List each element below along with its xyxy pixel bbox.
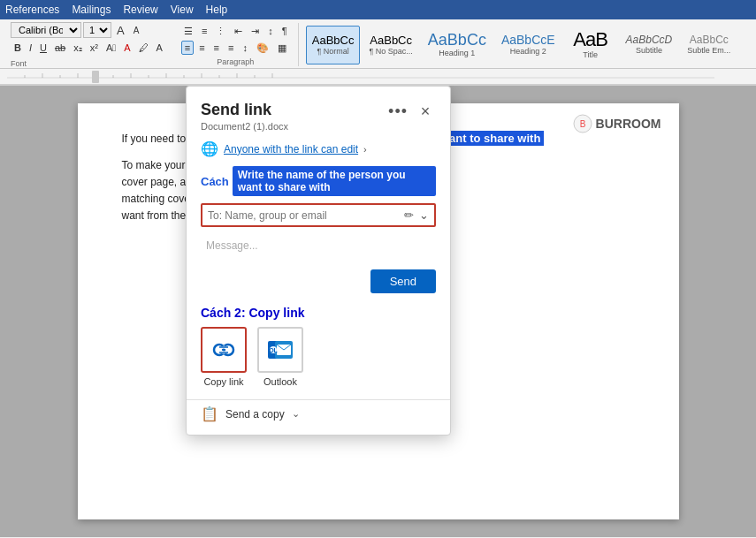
svg-text:B: B bbox=[579, 119, 585, 129]
font-group-label: Font bbox=[11, 59, 166, 68]
menu-references[interactable]: References bbox=[5, 4, 59, 16]
align-right-btn[interactable]: ≡ bbox=[210, 41, 223, 55]
message-placeholder: Message... bbox=[206, 239, 258, 252]
send-link-modal: Send link Document2 (1).docx ••• × 🌐 Any… bbox=[186, 86, 451, 436]
numbering-btn[interactable]: ≡ bbox=[198, 24, 210, 38]
copy-link-label: Copy link bbox=[203, 376, 243, 387]
font-family-select[interactable]: Calibri (Body) bbox=[11, 22, 81, 38]
borders-btn[interactable]: ▦ bbox=[274, 41, 290, 56]
italic-btn[interactable]: I bbox=[26, 41, 35, 55]
send-button[interactable]: Send bbox=[370, 269, 436, 293]
link-permission-text[interactable]: Anyone with the link can edit bbox=[224, 143, 358, 155]
menu-view[interactable]: View bbox=[171, 4, 194, 16]
modal-header: Send link Document2 (1).docx ••• × bbox=[187, 87, 450, 137]
pencil-icon[interactable]: ✏ bbox=[404, 208, 414, 222]
underline-btn[interactable]: U bbox=[36, 41, 50, 55]
ribbon: Calibri (Body) 11 A A B I U ab x₂ x² A⃝ … bbox=[0, 19, 756, 86]
line-spacing-btn[interactable]: ↕ bbox=[239, 41, 251, 55]
decrease-indent-btn[interactable]: ⇤ bbox=[231, 24, 246, 39]
menu-help[interactable]: Help bbox=[206, 4, 228, 16]
style-heading2[interactable]: AaBbCcE Heading 2 bbox=[495, 26, 561, 64]
svg-text:OL: OL bbox=[269, 347, 278, 353]
style-subtitle-label: Subtitle bbox=[636, 46, 662, 55]
outlook-label: Outlook bbox=[263, 376, 297, 387]
styles-group: AaBbCc ¶ Normal AaBbCc ¶ No Spac... AaBb… bbox=[301, 23, 743, 66]
to-input[interactable] bbox=[208, 209, 404, 222]
style-nospace-label: ¶ No Spac... bbox=[369, 47, 412, 56]
text-effects-btn[interactable]: A bbox=[153, 41, 166, 55]
annotation-banner-modal: Write the name of the person you want to… bbox=[233, 166, 436, 196]
menu-mailings[interactable]: Mailings bbox=[72, 4, 111, 16]
modal-filename: Document2 (1).docx bbox=[201, 121, 288, 132]
message-field-wrap: Message... bbox=[201, 234, 436, 257]
modal-close-button[interactable]: × bbox=[415, 101, 436, 122]
align-justify-btn[interactable]: ≡ bbox=[225, 41, 237, 55]
outlook-option[interactable]: OL Outlook bbox=[257, 327, 303, 387]
style-nospace-preview: AaBbCc bbox=[370, 34, 412, 46]
expand-icon[interactable]: ⌄ bbox=[419, 208, 429, 222]
share-options-row: Copy link OL Outlook bbox=[187, 327, 450, 399]
style-h2-preview: AaBbCcE bbox=[501, 34, 555, 46]
svg-rect-1 bbox=[92, 71, 99, 83]
modal-more-options[interactable]: ••• bbox=[388, 102, 408, 121]
bullets-btn[interactable]: ☰ bbox=[180, 24, 196, 39]
modal-title: Send link bbox=[201, 101, 288, 119]
style-subtitle[interactable]: AaBbCcD Subtitle bbox=[620, 26, 679, 64]
chevron-down-icon: ⌄ bbox=[292, 408, 300, 420]
style-title[interactable]: AaB Title bbox=[564, 26, 617, 64]
to-field-icons: ✏ ⌄ bbox=[404, 208, 429, 222]
align-center-btn[interactable]: ≡ bbox=[195, 41, 208, 55]
style-normal[interactable]: AaBbCc ¶ Normal bbox=[306, 26, 361, 64]
copy-link-option[interactable]: Copy link bbox=[201, 327, 247, 387]
document-area: B BURROOM If you need to stop... Cách Wr… bbox=[0, 86, 756, 537]
send-copy-text: Send a copy bbox=[225, 408, 285, 421]
menu-bar: References Mailings Review View Help bbox=[0, 0, 756, 19]
style-title-label: Title bbox=[583, 50, 598, 59]
link-arrow-icon: › bbox=[363, 144, 367, 155]
font-group: Calibri (Body) 11 A A B I U ab x₂ x² A⃝ … bbox=[5, 23, 172, 66]
style-h1-preview: AaBbCc bbox=[428, 32, 486, 48]
style-nospace[interactable]: AaBbCc ¶ No Spac... bbox=[363, 26, 418, 64]
cach2-label: Cách 2: Copy link bbox=[201, 306, 304, 320]
outlook-icon: OL bbox=[266, 336, 294, 364]
watermark-icon: B bbox=[573, 114, 592, 133]
font-size-select[interactable]: 11 bbox=[83, 22, 111, 38]
menu-review[interactable]: Review bbox=[123, 4, 157, 16]
style-heading1[interactable]: AaBbCc Heading 1 bbox=[422, 26, 493, 64]
copy-link-icon-wrap bbox=[201, 327, 247, 373]
modal-title-area: Send link Document2 (1).docx bbox=[201, 101, 288, 132]
highlight-btn[interactable]: 🖊 bbox=[135, 41, 152, 55]
style-subtle-label: Subtle Em... bbox=[687, 46, 730, 55]
shading-btn[interactable]: 🎨 bbox=[253, 41, 272, 56]
style-subtle-preview: AaBbCc bbox=[690, 34, 729, 45]
paragraph-group: ☰ ≡ ⋮ ⇤ ⇥ ↕ ¶ ≡ ≡ ≡ ≡ ↕ 🎨 ▦ Paragraph bbox=[173, 23, 299, 66]
increase-indent-btn[interactable]: ⇥ bbox=[248, 24, 263, 39]
style-normal-preview: AaBbCc bbox=[312, 34, 355, 46]
style-subtitle-preview: AaBbCcD bbox=[626, 34, 673, 45]
outline-btn[interactable]: ⋮ bbox=[212, 24, 229, 39]
send-copy-icon: 📋 bbox=[201, 405, 218, 422]
font-color-btn[interactable]: A bbox=[120, 41, 134, 55]
modal-header-right: ••• × bbox=[388, 101, 436, 122]
cach2-row: Cách 2: Copy link bbox=[187, 306, 450, 327]
style-h2-label: Heading 2 bbox=[510, 47, 546, 56]
modal-link-permission-row: 🌐 Anyone with the link can edit › bbox=[187, 137, 450, 166]
superscript-btn[interactable]: x² bbox=[87, 41, 102, 55]
annotation-row: Cách Write the name of the person you wa… bbox=[187, 166, 450, 203]
style-subtle[interactable]: AaBbCc Subtle Em... bbox=[681, 26, 737, 64]
font-grow-btn[interactable]: A bbox=[113, 22, 128, 39]
align-left-btn[interactable]: ≡ bbox=[181, 41, 194, 55]
copy-link-icon bbox=[210, 336, 238, 364]
annotation-cach1-modal: Cách bbox=[201, 175, 229, 188]
strikethrough-btn[interactable]: ab bbox=[51, 41, 69, 55]
subscript-btn[interactable]: x₂ bbox=[70, 41, 86, 56]
clear-format-btn[interactable]: A⃝ bbox=[103, 41, 119, 55]
pilcrow-btn[interactable]: ¶ bbox=[279, 24, 291, 38]
watermark: B BURROOM bbox=[573, 114, 661, 133]
send-button-row: Send bbox=[187, 269, 450, 306]
bold-btn[interactable]: B bbox=[11, 41, 25, 55]
send-copy-row[interactable]: 📋 Send a copy ⌄ bbox=[187, 399, 450, 435]
globe-icon: 🌐 bbox=[201, 140, 218, 157]
font-shrink-btn[interactable]: A bbox=[130, 24, 143, 37]
sort-btn[interactable]: ↕ bbox=[264, 24, 277, 38]
